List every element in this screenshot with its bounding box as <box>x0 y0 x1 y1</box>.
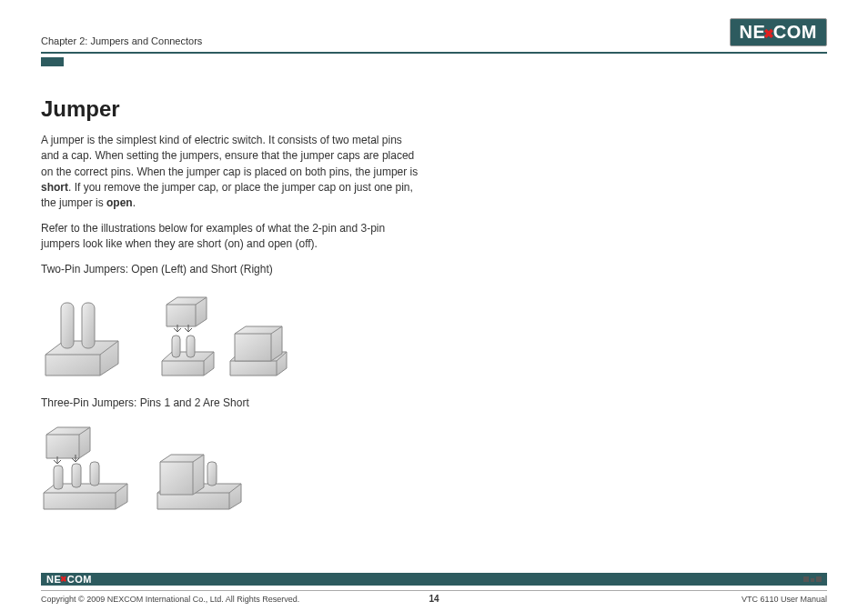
svg-rect-4 <box>54 466 63 489</box>
caption-3pin: Three-Pin Jumpers: Pins 1 and 2 Are Shor… <box>41 396 423 411</box>
jumper-2pin-open-icon <box>41 286 132 377</box>
svg-rect-0 <box>61 303 74 348</box>
svg-rect-7 <box>207 462 217 486</box>
svg-rect-1 <box>82 303 95 348</box>
footer-logo-left: NE <box>46 574 61 585</box>
logo-x-icon: ✖ <box>763 26 775 41</box>
chapter-label: Chapter 2: Jumpers and Connectors <box>41 35 202 46</box>
jumper-2pin-short-icon <box>159 286 296 377</box>
para1c: . <box>133 196 136 209</box>
nexcom-logo: NE ✖ COM <box>730 18 827 46</box>
content-column: Jumper A jumper is the simplest kind of … <box>41 94 423 511</box>
refer-paragraph: Refer to the illustrations below for exa… <box>41 221 423 253</box>
illustration-row-3pin <box>41 420 423 511</box>
para1b: . If you remove the jumper cap, or place… <box>41 181 413 209</box>
footer-logo-right: COM <box>67 574 92 585</box>
footer-rule <box>41 590 827 591</box>
jumper-3pin-capping-icon <box>41 420 136 511</box>
page-number: 14 <box>0 594 868 604</box>
logo-left: NE <box>740 22 766 43</box>
svg-rect-3 <box>187 336 195 357</box>
svg-rect-5 <box>72 464 81 487</box>
illustration-row-2pin <box>41 286 423 377</box>
svg-rect-6 <box>90 462 99 486</box>
page-title: Jumper <box>41 94 423 125</box>
footer-bar: NE ✖ COM <box>41 573 827 586</box>
intro-paragraph: A jumper is the simplest kind of electri… <box>41 133 423 212</box>
svg-rect-2 <box>172 336 180 357</box>
footer-squares-icon <box>803 576 822 582</box>
logo-right: COM <box>773 22 817 43</box>
footer-logo: NE ✖ COM <box>46 574 92 585</box>
para1a: A jumper is the simplest kind of electri… <box>41 134 418 178</box>
header-rule <box>41 52 827 54</box>
word-short: short <box>41 181 68 194</box>
jumper-3pin-short12-icon <box>155 420 250 511</box>
word-open: open <box>106 196 133 209</box>
accent-block <box>41 57 64 66</box>
caption-2pin: Two-Pin Jumpers: Open (Left) and Short (… <box>41 262 423 277</box>
